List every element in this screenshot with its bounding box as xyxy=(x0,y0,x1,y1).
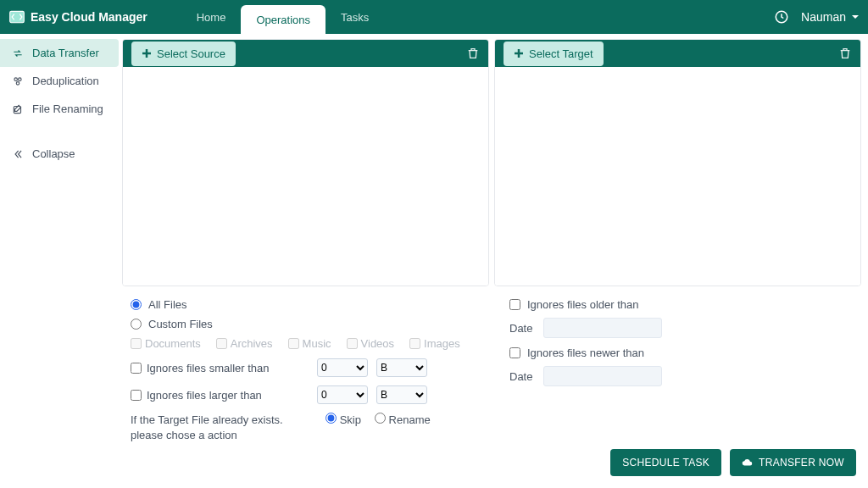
app-name: Easy Cloud Manager xyxy=(31,10,147,24)
sidebar-item-label: Data Transfer xyxy=(32,47,99,59)
dedup-icon xyxy=(12,75,24,87)
options-area: All Files Custom Files Documents Archive… xyxy=(122,286,861,443)
sidebar-item-label: File Renaming xyxy=(32,103,103,115)
radio-rename[interactable] xyxy=(375,413,386,424)
clock-icon[interactable] xyxy=(774,9,789,25)
logo: Easy Cloud Manager xyxy=(8,8,147,25)
date-label: Date xyxy=(509,370,535,383)
rename-icon xyxy=(12,103,24,115)
radio-skip[interactable] xyxy=(326,413,337,424)
smaller-label: Ignores files smaller than xyxy=(147,362,270,374)
nav-tabs: Home Operations Tasks xyxy=(181,0,385,34)
source-panel: Select Source xyxy=(122,39,489,286)
source-body xyxy=(123,67,488,286)
svg-point-3 xyxy=(19,77,21,80)
schedule-task-button[interactable]: SCHEDULE TASK xyxy=(610,449,721,476)
target-body xyxy=(495,67,860,286)
sidebar-item-collapse[interactable]: Collapse xyxy=(0,140,119,168)
radio-all-files[interactable] xyxy=(131,299,142,310)
check-newer[interactable] xyxy=(509,347,520,358)
check-videos xyxy=(347,338,358,349)
custom-files-label: Custom Files xyxy=(148,318,213,330)
transfer-icon xyxy=(12,47,24,59)
all-files-label: All Files xyxy=(148,298,187,311)
radio-custom-files[interactable] xyxy=(131,319,142,330)
sidebar-item-data-transfer[interactable]: Data Transfer xyxy=(0,39,119,67)
larger-label: Ignores files larger than xyxy=(147,389,262,402)
smaller-value[interactable]: 0 xyxy=(317,358,368,377)
older-date-input[interactable] xyxy=(543,318,662,338)
trash-icon[interactable] xyxy=(466,47,480,60)
sidebar-item-file-renaming[interactable]: File Renaming xyxy=(0,95,119,123)
plus-icon xyxy=(514,48,524,58)
sidebar-item-deduplication[interactable]: Deduplication xyxy=(0,67,119,95)
sidebar-item-label: Deduplication xyxy=(32,75,99,87)
app-logo-icon xyxy=(8,8,25,25)
topbar: Easy Cloud Manager Home Operations Tasks… xyxy=(0,0,868,34)
select-target-button[interactable]: Select Target xyxy=(504,42,604,66)
action-note: If the Target File already exists. pleas… xyxy=(131,413,309,443)
check-older[interactable] xyxy=(509,299,520,310)
smaller-unit[interactable]: B xyxy=(376,358,427,377)
larger-value[interactable]: 0 xyxy=(317,385,368,404)
sidebar: Data Transfer Deduplication File Renamin… xyxy=(0,34,119,488)
chevron-down-icon xyxy=(851,13,860,21)
svg-point-4 xyxy=(16,81,19,85)
collapse-icon xyxy=(12,148,24,160)
plus-icon xyxy=(142,48,152,58)
user-menu[interactable]: Nauman xyxy=(801,10,860,24)
tab-operations[interactable]: Operations xyxy=(241,5,326,34)
user-name: Nauman xyxy=(801,10,846,24)
sidebar-item-label: Collapse xyxy=(32,147,75,160)
tab-home[interactable]: Home xyxy=(181,0,242,34)
larger-unit[interactable]: B xyxy=(376,385,427,404)
check-archives xyxy=(216,338,227,349)
select-target-label: Select Target xyxy=(529,47,593,60)
transfer-now-button[interactable]: TRANSFER NOW xyxy=(730,449,856,476)
cloud-icon xyxy=(742,457,754,469)
select-source-label: Select Source xyxy=(157,47,225,60)
svg-point-2 xyxy=(14,77,18,80)
newer-date-input[interactable] xyxy=(543,366,662,386)
check-larger[interactable] xyxy=(131,390,142,401)
newer-label: Ignores files newer than xyxy=(527,347,644,359)
older-label: Ignores files older than xyxy=(527,298,639,311)
date-label: Date xyxy=(509,322,535,335)
trash-icon[interactable] xyxy=(838,47,852,60)
target-panel: Select Target xyxy=(494,39,861,286)
check-smaller[interactable] xyxy=(131,363,142,374)
select-source-button[interactable]: Select Source xyxy=(131,42,236,66)
check-documents xyxy=(131,338,142,349)
tab-tasks[interactable]: Tasks xyxy=(326,0,384,34)
check-music xyxy=(288,338,299,349)
check-images xyxy=(409,338,420,349)
